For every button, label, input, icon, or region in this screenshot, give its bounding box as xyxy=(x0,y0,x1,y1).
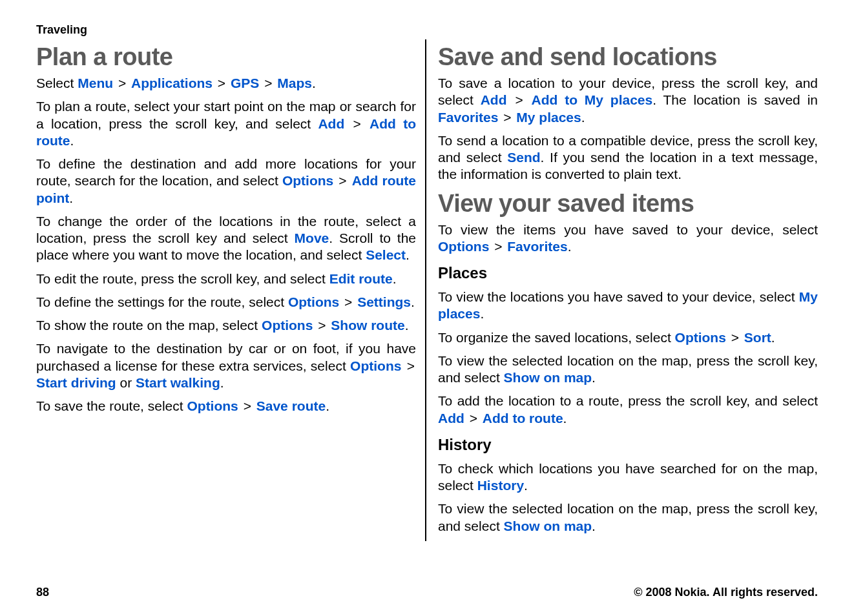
paragraph: To view the selected location on the map… xyxy=(438,500,818,535)
paragraph: To view the items you have saved to your… xyxy=(438,221,818,256)
link-options[interactable]: Options xyxy=(288,294,339,309)
text: . xyxy=(393,271,397,286)
heading-save-and-send-locations: Save and send locations xyxy=(438,43,818,71)
link-history[interactable]: History xyxy=(477,478,524,493)
link-options[interactable]: Options xyxy=(350,358,401,373)
text: Select xyxy=(36,76,78,90)
copyright-text: © 2008 Nokia. All rights reserved. xyxy=(634,586,818,599)
paragraph: To send a location to a compatible devic… xyxy=(438,132,818,183)
separator-icon: > xyxy=(263,76,273,90)
text: . xyxy=(524,478,528,493)
link-menu[interactable]: Menu xyxy=(78,76,113,90)
text: To view the items you have saved to your… xyxy=(438,222,818,237)
text: To view the selected location on the map… xyxy=(438,501,818,533)
link-add[interactable]: Add xyxy=(318,116,344,131)
breadcrumb: Traveling xyxy=(36,23,818,37)
right-column: Save and send locations To save a locati… xyxy=(425,39,818,541)
paragraph: To plan a route, select your start point… xyxy=(36,98,416,149)
text: To edit the route, press the scroll key,… xyxy=(36,271,329,286)
paragraph: To check which locations you have search… xyxy=(438,460,818,495)
text: . xyxy=(69,190,73,205)
paragraph: To navigate to the destination by car or… xyxy=(36,340,416,391)
paragraph: To view the selected location on the map… xyxy=(438,353,818,387)
text: To organize the saved locations, select xyxy=(438,330,675,345)
link-options[interactable]: Options xyxy=(438,239,489,254)
document-page: Traveling Plan a route Select Menu > App… xyxy=(0,0,854,616)
text: . xyxy=(480,306,484,321)
text: . xyxy=(771,330,775,345)
link-start-walking[interactable]: Start walking xyxy=(136,375,220,390)
paragraph: To define the settings for the route, se… xyxy=(36,294,416,311)
link-my-places[interactable]: My places xyxy=(516,110,581,125)
link-add[interactable]: Add xyxy=(438,411,464,426)
paragraph: To view the locations you have saved to … xyxy=(438,289,818,323)
text: . xyxy=(405,318,409,333)
separator-icon: > xyxy=(406,358,416,373)
footer: 88 © 2008 Nokia. All rights reserved. xyxy=(36,586,818,599)
separator-icon: > xyxy=(337,173,348,188)
link-sort[interactable]: Sort xyxy=(744,330,771,345)
link-options[interactable]: Options xyxy=(262,318,313,333)
link-edit-route[interactable]: Edit route xyxy=(329,271,393,286)
separator-icon: > xyxy=(343,294,353,309)
text: To save the route, select xyxy=(36,398,187,413)
link-add-to-route[interactable]: Add to route xyxy=(483,411,563,426)
link-move[interactable]: Move xyxy=(295,231,329,245)
separator-icon: > xyxy=(352,116,362,131)
separator-icon: > xyxy=(117,76,127,90)
paragraph: To add the location to a route, press th… xyxy=(438,393,818,427)
text: . xyxy=(568,239,572,254)
link-favorites[interactable]: Favorites xyxy=(507,239,567,254)
text: . xyxy=(592,370,596,385)
text: . xyxy=(563,411,567,426)
text: To view the locations you have saved to … xyxy=(438,289,799,304)
left-column: Plan a route Select Menu > Applications … xyxy=(36,39,425,541)
link-show-on-map[interactable]: Show on map xyxy=(504,518,592,533)
text: . xyxy=(220,375,224,390)
text: To define the settings for the route, se… xyxy=(36,294,288,309)
link-options[interactable]: Options xyxy=(282,173,333,188)
paragraph: Select Menu > Applications > GPS > Maps. xyxy=(36,75,416,92)
subheading-history: History xyxy=(438,436,818,454)
text: To show the route on the map, select xyxy=(36,318,262,333)
separator-icon: > xyxy=(242,398,253,413)
link-add[interactable]: Add xyxy=(481,92,507,107)
paragraph: To organize the saved locations, select … xyxy=(438,329,818,346)
paragraph: To define the destination and add more l… xyxy=(36,156,416,207)
link-favorites[interactable]: Favorites xyxy=(438,110,498,125)
subheading-places: Places xyxy=(438,264,818,282)
separator-icon: > xyxy=(514,92,524,107)
paragraph: To save the route, select Options > Save… xyxy=(36,398,416,415)
text: . The location is saved in xyxy=(652,92,818,107)
text: . xyxy=(411,294,415,309)
text: . xyxy=(592,518,596,533)
link-settings[interactable]: Settings xyxy=(357,294,411,309)
text: . xyxy=(406,247,410,262)
link-send[interactable]: Send xyxy=(507,150,540,165)
link-add-to-my-places[interactable]: Add to My places xyxy=(531,92,652,107)
text: or xyxy=(116,375,136,390)
separator-icon: > xyxy=(502,110,512,125)
link-select[interactable]: Select xyxy=(366,247,406,262)
paragraph: To save a location to your device, press… xyxy=(438,75,818,126)
separator-icon: > xyxy=(493,239,503,254)
link-options[interactable]: Options xyxy=(675,330,726,345)
link-show-route[interactable]: Show route xyxy=(331,318,404,333)
heading-view-your-saved-items: View your saved items xyxy=(438,190,818,218)
text: . xyxy=(581,110,585,125)
link-save-route[interactable]: Save route xyxy=(256,398,326,413)
paragraph: To show the route on the map, select Opt… xyxy=(36,317,416,334)
link-start-driving[interactable]: Start driving xyxy=(36,375,116,390)
text: . xyxy=(326,398,329,413)
link-maps[interactable]: Maps xyxy=(277,76,312,90)
separator-icon: > xyxy=(468,411,479,426)
paragraph: To edit the route, press the scroll key,… xyxy=(36,271,416,287)
link-show-on-map[interactable]: Show on map xyxy=(504,370,592,385)
text: . xyxy=(312,76,316,90)
link-gps[interactable]: GPS xyxy=(231,76,259,90)
text: To view the selected location on the map… xyxy=(438,353,818,385)
page-number: 88 xyxy=(36,586,49,599)
link-options[interactable]: Options xyxy=(187,398,238,413)
link-applications[interactable]: Applications xyxy=(131,76,213,90)
separator-icon: > xyxy=(216,76,227,90)
